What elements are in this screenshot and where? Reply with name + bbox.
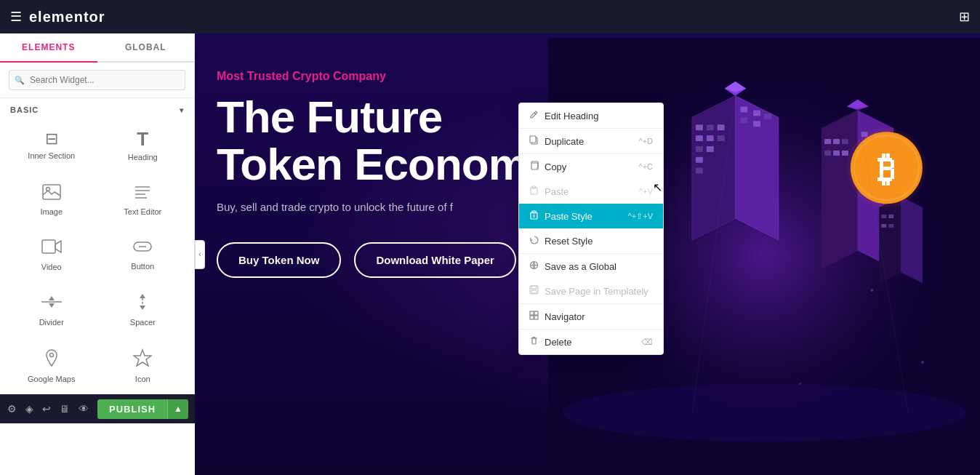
widget-label-image: Image — [40, 207, 63, 216]
svg-point-81 — [921, 361, 924, 364]
svg-rect-96 — [531, 290, 537, 293]
svg-text:₿: ₿ — [877, 150, 895, 188]
ctx-copy[interactable]: Copy ^+C — [519, 154, 663, 179]
widget-image[interactable]: Image — [6, 172, 97, 227]
svg-rect-97 — [530, 311, 534, 315]
text-editor-icon — [132, 183, 153, 203]
eye-icon[interactable]: 👁 — [79, 403, 89, 415]
ctx-paste[interactable]: Paste ^+V — [519, 179, 663, 204]
svg-rect-66 — [881, 215, 886, 218]
widget-icon[interactable]: Icon — [97, 338, 189, 394]
global-icon — [529, 260, 539, 272]
widget-divider[interactable]: Divider — [6, 282, 97, 338]
paste-icon — [529, 185, 539, 197]
responsive-icon[interactable]: 🖥 — [60, 403, 70, 415]
bottom-bar: ⚙ ◈ ↩ 🖥 👁 PUBLISH ▲ — [0, 394, 195, 423]
widget-label-divider: Divider — [39, 318, 64, 327]
svg-rect-86 — [531, 163, 538, 169]
heading-icon: T — [137, 129, 148, 148]
sub-text: Buy, sell and trade crypto to unlock the… — [217, 201, 537, 213]
reset-icon — [529, 235, 539, 247]
save-template-icon — [529, 285, 539, 297]
chevron-down-icon: ▾ — [180, 106, 184, 114]
ctx-navigator[interactable]: Navigator — [519, 304, 663, 329]
ctx-paste-style[interactable]: Paste Style ^+⇧+V — [519, 204, 663, 228]
widget-heading[interactable]: T Heading — [97, 119, 189, 172]
ctx-edit-heading[interactable]: Edit Heading — [519, 103, 663, 128]
ctx-reset-style[interactable]: Reset Style — [519, 228, 663, 253]
ctx-save-global[interactable]: Save as a Global — [519, 254, 663, 279]
svg-rect-6 — [42, 240, 55, 253]
image-icon — [42, 184, 61, 203]
widget-video[interactable]: Video — [6, 227, 97, 282]
svg-marker-64 — [879, 196, 901, 283]
svg-rect-35 — [753, 121, 760, 127]
svg-marker-16 — [134, 350, 151, 366]
publish-dropdown-button[interactable]: ▲ — [167, 399, 188, 419]
svg-rect-31 — [718, 135, 725, 141]
trash-icon — [529, 336, 539, 348]
search-input[interactable] — [9, 70, 185, 90]
context-menu: Edit Heading Duplicate ^+D — [518, 103, 664, 355]
settings-icon[interactable]: ⚙ — [7, 403, 17, 415]
widget-label-video: Video — [41, 263, 62, 271]
svg-rect-85 — [530, 136, 536, 143]
svg-line-83 — [534, 113, 536, 114]
google-maps-icon — [43, 348, 60, 370]
widget-inner-section[interactable]: Inner Section — [6, 119, 97, 172]
svg-rect-29 — [707, 146, 714, 152]
svg-rect-54 — [833, 139, 840, 144]
widget-spacer[interactable]: Spacer — [97, 282, 189, 338]
svg-rect-102 — [532, 338, 536, 344]
spacer-icon — [132, 293, 153, 314]
sidebar-collapse-handle[interactable]: ‹ — [195, 240, 205, 269]
search-icon: 🔍 — [15, 76, 25, 85]
widget-button[interactable]: Button — [97, 227, 189, 282]
widget-grid: Inner Section T Heading Image — [0, 119, 194, 394]
sidebar-tabs: ELEMENTS GLOBAL — [0, 33, 194, 63]
download-whitepaper-button[interactable]: Download White Paper — [354, 242, 516, 278]
publish-button[interactable]: PUBLISH — [97, 399, 167, 419]
svg-point-75 — [563, 384, 965, 442]
svg-rect-99 — [530, 316, 534, 319]
widget-label-text-editor: Text Editor — [124, 207, 161, 216]
svg-rect-36 — [764, 113, 771, 119]
svg-rect-100 — [534, 316, 538, 319]
ctx-save-template[interactable]: Save Page in Templately — [519, 279, 663, 303]
publish-group: PUBLISH ▲ — [97, 399, 188, 419]
ctx-delete[interactable]: Delete ⌫ — [519, 330, 663, 354]
widget-label-inner-section: Inner Section — [28, 151, 75, 160]
svg-rect-32 — [740, 107, 747, 113]
svg-rect-53 — [824, 151, 831, 156]
video-icon — [41, 238, 62, 258]
grid-icon[interactable]: ⊞ — [959, 9, 970, 25]
hamburger-icon[interactable]: ☰ — [10, 9, 22, 25]
widget-google-maps[interactable]: Google Maps — [6, 338, 97, 394]
svg-rect-52 — [824, 139, 831, 144]
svg-rect-98 — [534, 311, 538, 315]
layers-icon[interactable]: ◈ — [25, 403, 33, 415]
tab-elements[interactable]: ELEMENTS — [0, 33, 97, 63]
svg-rect-68 — [881, 224, 886, 228]
svg-point-15 — [49, 354, 53, 357]
widget-label-spacer: Spacer — [130, 318, 156, 327]
ctx-duplicate[interactable]: Duplicate ^+D — [519, 129, 663, 153]
svg-marker-14 — [140, 306, 145, 310]
sidebar-panel: ELEMENTS GLOBAL 🔍 BASIC ▾ Inner Section — [0, 33, 195, 475]
svg-rect-57 — [842, 151, 848, 156]
buy-token-button[interactable]: Buy Token Now — [217, 242, 341, 278]
inner-section-icon — [45, 131, 58, 147]
edit-icon — [529, 110, 539, 121]
widget-text-editor[interactable]: Text Editor — [97, 172, 189, 227]
widget-label-icon: Icon — [135, 375, 150, 383]
copy-icon — [529, 161, 539, 172]
tab-global[interactable]: GLOBAL — [97, 33, 195, 61]
svg-rect-69 — [888, 224, 893, 228]
crypto-tag: Most Trusted Crypto Company — [217, 70, 683, 83]
svg-rect-28 — [707, 135, 714, 141]
svg-rect-67 — [888, 215, 893, 218]
history-icon[interactable]: ↩ — [42, 403, 51, 415]
svg-point-79 — [871, 289, 874, 292]
sidebar-search-container: 🔍 — [0, 63, 194, 98]
canvas: ₿ Most Trusted Crypto Company The Future… — [195, 33, 980, 475]
